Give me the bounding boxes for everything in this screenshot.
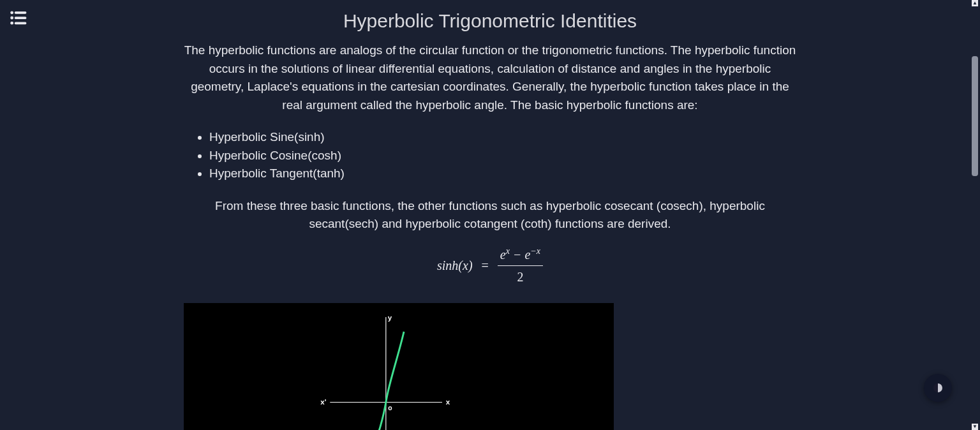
axis-label-x: x xyxy=(446,398,450,406)
list-item: Hyperbolic Cosine(cosh) xyxy=(209,147,796,165)
origin-label: o xyxy=(388,404,392,411)
svg-rect-6 xyxy=(275,303,523,431)
page-title: Hyperbolic Trigonometric Identities xyxy=(184,6,796,35)
svg-rect-1 xyxy=(15,12,26,14)
svg-rect-5 xyxy=(15,22,26,24)
menu-icon[interactable] xyxy=(9,9,27,27)
sinh-definition-formula: sinh(x) = ex − e−x 2 xyxy=(184,245,796,286)
minus: − xyxy=(510,248,525,262)
e1: e xyxy=(500,248,506,262)
function-list: Hyperbolic Sine(sinh) Hyperbolic Cosine(… xyxy=(184,128,796,183)
intro-paragraph: The hyperbolic functions are analogs of … xyxy=(184,41,796,114)
list-item: Hyperbolic Sine(sinh) xyxy=(209,128,796,147)
svg-rect-3 xyxy=(15,17,26,19)
axis-label-x-prime: x' xyxy=(320,398,326,406)
svg-point-4 xyxy=(11,22,13,24)
theme-toggle-button[interactable] xyxy=(924,374,952,402)
scrollbar-thumb[interactable] xyxy=(972,56,978,176)
list-item: Hyperbolic Tangent(tanh) xyxy=(209,165,796,183)
sinh-graph-container: y x x' o xyxy=(184,303,796,431)
scrollbar-up-arrow[interactable]: ▲ xyxy=(972,0,978,6)
axis-label-y: y xyxy=(388,313,392,321)
formula-lhs: sinh(x) xyxy=(437,256,473,275)
e2: e xyxy=(524,248,530,262)
svg-point-2 xyxy=(11,17,13,19)
formula-equals: = xyxy=(482,256,489,275)
scrollbar-down-arrow[interactable]: ▼ xyxy=(972,424,978,430)
derived-paragraph: From these three basic functions, the ot… xyxy=(184,197,796,234)
exp2: −x xyxy=(530,246,540,256)
scrollbar-track[interactable]: ▲ ▼ xyxy=(970,0,980,430)
formula-denominator: 2 xyxy=(517,266,523,286)
svg-point-0 xyxy=(11,11,13,14)
formula-fraction: ex − e−x 2 xyxy=(498,245,543,286)
sinh-graph: y x x' o xyxy=(184,303,614,431)
theme-toggle-icon xyxy=(933,383,942,392)
formula-numerator: ex − e−x xyxy=(498,245,543,266)
main-content: Hyperbolic Trigonometric Identities The … xyxy=(171,0,809,430)
